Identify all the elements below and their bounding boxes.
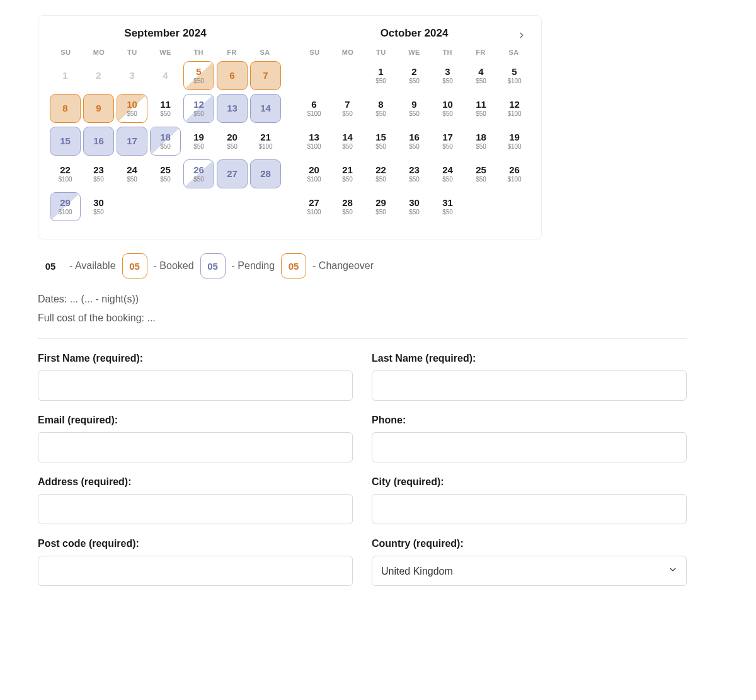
day-price: $50 [127, 110, 137, 117]
day-cell[interactable]: 31$50 [432, 192, 463, 221]
day-number: 5 [196, 67, 201, 77]
phone-input[interactable] [372, 432, 687, 462]
city-input[interactable] [372, 494, 687, 524]
day-cell[interactable]: 5$100 [499, 61, 530, 90]
label-first-name: First Name (required): [38, 353, 353, 364]
day-cell[interactable]: 3$50 [432, 61, 463, 90]
field-last-name: Last Name (required): [372, 353, 687, 401]
day-cell[interactable]: 21$50 [332, 159, 363, 188]
month-grid: 12345$50678910$5011$5012$50131415161718$… [50, 61, 281, 221]
weekday-label: SA [249, 49, 281, 56]
day-number: 12 [193, 100, 204, 110]
day-price: $50 [193, 77, 204, 84]
day-cell[interactable]: 30$50 [83, 192, 114, 221]
day-number: 28 [260, 169, 271, 180]
field-phone: Phone: [372, 415, 687, 462]
day-number: 21 [342, 165, 353, 176]
day-cell[interactable]: 17$50 [432, 127, 463, 156]
day-cell[interactable]: 18$50 [150, 127, 181, 156]
post-code-input[interactable] [38, 556, 353, 586]
day-number: 8 [62, 103, 67, 114]
month-grid: 1$502$503$504$505$1006$1007$508$509$5010… [299, 61, 530, 221]
day-number: 25 [160, 165, 171, 176]
day-cell[interactable]: 12$50 [183, 94, 214, 123]
day-number: 17 [442, 132, 453, 143]
day-cell[interactable]: 6$100 [299, 94, 329, 123]
day-cell[interactable]: 10$50 [432, 94, 463, 123]
day-cell: 14 [250, 94, 281, 123]
email-input[interactable] [38, 432, 353, 462]
day-cell[interactable]: 11$50 [150, 94, 181, 123]
weekday-label: TU [116, 49, 148, 56]
day-cell[interactable]: 25$50 [150, 159, 181, 188]
next-month-button[interactable] [513, 27, 530, 43]
weekday-label: MO [83, 49, 115, 56]
day-price: $50 [227, 143, 238, 150]
day-cell[interactable]: 19$100 [499, 127, 530, 156]
day-number: 26 [509, 165, 520, 176]
day-number: 29 [60, 198, 71, 209]
day-cell[interactable]: 8$50 [365, 94, 396, 123]
day-cell[interactable]: 22$100 [50, 159, 81, 188]
weekday-header: SUMOTUWETHFRSA [299, 49, 530, 56]
day-cell[interactable]: 2$50 [399, 61, 430, 90]
day-cell[interactable]: 4$50 [466, 61, 496, 90]
day-cell[interactable]: 29$100 [50, 192, 81, 221]
day-cell[interactable]: 23$50 [399, 159, 430, 188]
day-price: $50 [409, 110, 420, 117]
day-number: 9 [411, 100, 416, 110]
country-select[interactable]: United Kingdom [372, 556, 687, 586]
day-cell[interactable]: 15$50 [365, 127, 396, 156]
day-cell[interactable]: 26$50 [183, 159, 214, 188]
day-cell: 27 [217, 159, 248, 188]
day-cell[interactable]: 21$100 [250, 127, 281, 156]
day-empty [250, 192, 281, 221]
day-price: $100 [307, 176, 321, 183]
day-cell[interactable]: 24$50 [117, 159, 147, 188]
day-number: 4 [478, 67, 483, 77]
day-cell[interactable]: 11$50 [466, 94, 496, 123]
weekday-label: TH [432, 49, 464, 56]
day-cell[interactable]: 5$50 [183, 61, 214, 90]
legend-label-booked: - Booked [154, 260, 194, 272]
summary-cost: Full cost of the booking: ... [38, 309, 718, 328]
day-number: 10 [442, 100, 453, 110]
weekday-label: SA [498, 49, 530, 56]
first-name-input[interactable] [38, 370, 353, 401]
day-cell[interactable]: 10$50 [117, 94, 147, 123]
day-cell[interactable]: 19$50 [183, 127, 214, 156]
day-empty [217, 192, 248, 221]
day-cell[interactable]: 26$100 [499, 159, 530, 188]
legend-chip-booked: 05 [122, 253, 147, 278]
day-cell[interactable]: 20$100 [299, 159, 329, 188]
day-cell[interactable]: 24$50 [432, 159, 463, 188]
day-cell[interactable]: 25$50 [466, 159, 496, 188]
weekday-header: SUMOTUWETHFRSA [50, 49, 281, 56]
day-number: 6 [229, 71, 234, 81]
day-price: $100 [258, 143, 272, 150]
day-cell[interactable]: 28$50 [332, 192, 363, 221]
day-cell[interactable]: 12$100 [499, 94, 530, 123]
day-cell[interactable]: 16$50 [399, 127, 430, 156]
day-cell[interactable]: 27$100 [299, 192, 329, 221]
day-cell[interactable]: 1$50 [365, 61, 396, 90]
day-cell[interactable]: 29$50 [365, 192, 396, 221]
day-price: $100 [307, 209, 321, 215]
day-cell[interactable]: 18$50 [466, 127, 496, 156]
label-city: City (required): [372, 476, 687, 488]
day-cell[interactable]: 30$50 [399, 192, 430, 221]
weekday-label: TU [365, 49, 397, 56]
last-name-input[interactable] [372, 370, 687, 401]
day-cell: 6 [217, 61, 248, 90]
field-address: Address (required): [38, 476, 353, 524]
day-number: 7 [345, 100, 350, 110]
day-cell[interactable]: 13$100 [299, 127, 329, 156]
day-cell[interactable]: 23$50 [83, 159, 114, 188]
day-cell[interactable]: 22$50 [365, 159, 396, 188]
day-cell[interactable]: 9$50 [399, 94, 430, 123]
address-input[interactable] [38, 494, 353, 524]
day-cell[interactable]: 7$50 [332, 94, 363, 123]
day-price: $50 [193, 110, 204, 117]
day-cell[interactable]: 14$50 [332, 127, 363, 156]
day-cell[interactable]: 20$50 [217, 127, 248, 156]
